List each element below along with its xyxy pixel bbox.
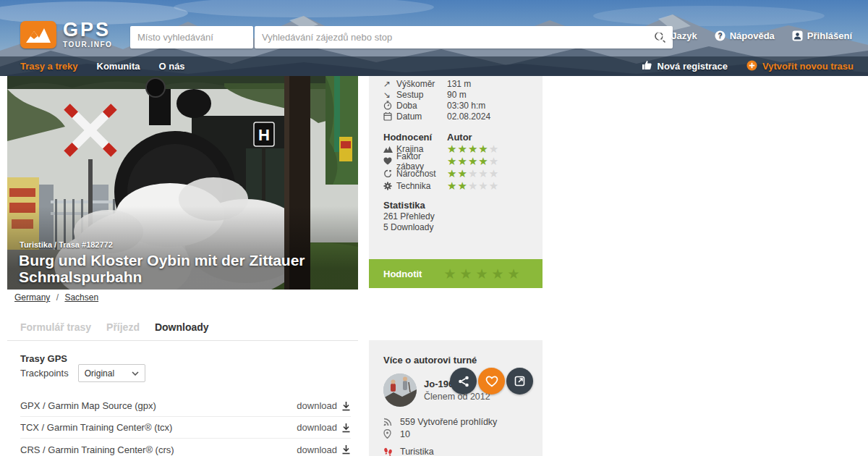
- trackpoints-selected-value: Original: [85, 368, 114, 379]
- statistics-views: 261 Přehledy: [383, 211, 528, 222]
- star-icon: ★: [478, 168, 488, 179]
- chevron-down-icon: [132, 371, 139, 376]
- star-icon: ★: [457, 143, 467, 154]
- download-icon: [341, 423, 351, 433]
- star-icon: ★: [457, 168, 467, 179]
- heart-outline-icon: [485, 376, 498, 387]
- share-button[interactable]: [450, 368, 477, 394]
- nav-item-komunita[interactable]: Komunita: [97, 61, 140, 72]
- feed-icon: [383, 417, 394, 426]
- open-external-button[interactable]: [506, 368, 533, 394]
- tour-id: Trasa #182772: [59, 240, 113, 249]
- download-link-label: download: [297, 444, 337, 455]
- tour-category[interactable]: Turistika: [20, 240, 52, 249]
- author-category[interactable]: Turistika: [400, 447, 434, 456]
- star-icon: ★: [489, 180, 498, 191]
- footprints-icon: [383, 447, 394, 456]
- star-icon: ★: [468, 168, 477, 179]
- download-icon: [341, 444, 351, 455]
- stat-value: 131 m: [447, 79, 471, 89]
- download-gpx-link[interactable]: download: [297, 400, 351, 411]
- trackpoints-select[interactable]: Original: [78, 364, 145, 382]
- mountains-icon: [383, 145, 396, 153]
- rate-stars[interactable]: ★★★★★: [443, 267, 519, 281]
- rating-row-narocnost: Náročnost ★★★★★: [383, 167, 528, 180]
- ascent-arrow-icon: ↗: [383, 80, 396, 88]
- star-icon: ★: [447, 168, 456, 179]
- download-format-label: TCX / Garmin Training Center® (tcx): [20, 422, 172, 433]
- rating-row-faktor-zabavy: Faktor zábavy ★★★★★: [383, 155, 528, 167]
- login-link[interactable]: Přihlášení: [792, 30, 852, 41]
- create-tour-label: Vytvořit novou trasu: [762, 61, 854, 72]
- gps-section-title: Trasy GPS: [20, 353, 67, 364]
- tour-photo: 99 1749-3 H: [7, 76, 358, 290]
- nav-item-o-nas[interactable]: O nás: [158, 61, 184, 72]
- statistics-title: Statistika: [383, 200, 528, 211]
- thumb-up-icon: [642, 60, 652, 72]
- author-avatar[interactable]: [383, 373, 417, 407]
- author-category-line: Turistika: [383, 447, 528, 456]
- nav-item-trasy-a-treky[interactable]: Trasy a treky: [20, 61, 78, 72]
- main-nav-bar: Trasy a treky Komunita O nás Nová regist…: [0, 56, 868, 76]
- globe-icon: [656, 30, 667, 41]
- krajina-stars: ★★★★★: [447, 143, 498, 154]
- place-search-input[interactable]: [130, 26, 272, 48]
- share-icon: [458, 376, 469, 387]
- logo-line1: GPS: [63, 20, 112, 40]
- tour-search-box: [255, 26, 673, 48]
- tab-downloady[interactable]: Downloady: [155, 321, 209, 333]
- rating-header-right: Autor: [447, 132, 472, 143]
- download-tcx-link[interactable]: download: [297, 422, 351, 433]
- author-box: Více o autorovi turné Jo-1963 Členem od …: [369, 340, 542, 456]
- logo-text: GPS TOUR.INFO: [63, 20, 112, 48]
- stat-row-ascent: ↗ Výškoměr 131 m: [383, 78, 528, 89]
- create-tour-link[interactable]: Vytvořit novou trasu: [746, 60, 854, 73]
- breadcrumb-separator: /: [56, 292, 59, 303]
- star-icon: ★: [457, 156, 467, 166]
- star-icon: ★: [489, 168, 498, 179]
- author-action-buttons: [450, 368, 533, 394]
- nav-actions: Nová registrace Vytvořit novou trasu: [642, 60, 854, 73]
- star-icon: ★: [447, 180, 456, 191]
- logo-mountain-icon: [20, 21, 56, 48]
- register-link[interactable]: Nová registrace: [642, 60, 728, 72]
- favorite-button[interactable]: [478, 368, 505, 394]
- language-link[interactable]: Jazyk: [656, 30, 697, 41]
- gear-icon: [383, 182, 396, 190]
- faktor-zabavy-stars: ★★★★★: [447, 156, 498, 166]
- help-link[interactable]: ? Nápověda: [715, 30, 775, 41]
- narocnost-stars: ★★★★★: [447, 168, 498, 179]
- tour-search-input[interactable]: [255, 26, 654, 48]
- site-logo[interactable]: GPS TOUR.INFO: [20, 20, 112, 48]
- tab-formular-trasy[interactable]: Formulář trasy: [20, 321, 91, 333]
- rate-button-bar[interactable]: Hodnotit ★★★★★: [369, 259, 542, 288]
- svg-text:H: H: [258, 126, 270, 144]
- star-icon: ★: [459, 267, 472, 281]
- tab-prijezd[interactable]: Příjezd: [106, 321, 140, 333]
- language-label: Jazyk: [671, 30, 697, 41]
- nav-items: Trasy a treky Komunita O nás: [20, 61, 185, 72]
- stat-label: Doba: [396, 101, 447, 111]
- stat-row-descent: ↘ Sestup 90 m: [383, 89, 528, 100]
- download-link-label: download: [297, 422, 337, 433]
- breadcrumb-country-link[interactable]: Germany: [14, 292, 50, 303]
- header-hero: GPS TOUR.INFO Jazyk: [0, 0, 868, 76]
- rating-header: Hodnocení Autor: [383, 131, 528, 143]
- star-icon: ★: [468, 143, 477, 154]
- logo-line2: TOUR.INFO: [63, 41, 112, 48]
- breadcrumb-region-link[interactable]: Sachsen: [64, 292, 98, 303]
- descent-arrow-icon: ↘: [383, 90, 396, 99]
- technika-stars: ★★★★★: [447, 180, 498, 191]
- tour-stats-panel: ↗ Výškoměr 131 m ↘ Sestup 90 m Doba 03:3…: [369, 76, 542, 259]
- author-poi-line: 10: [383, 428, 528, 440]
- author-created-tours: 559 Vytvořené prohlídky: [400, 417, 497, 427]
- stat-value: 02.08.2024: [447, 111, 490, 122]
- stat-value: 90 m: [447, 90, 467, 100]
- person-badge-icon: [792, 30, 803, 41]
- gps-tour-page: GPS TOUR.INFO Jazyk: [0, 0, 868, 456]
- rating-row-technika: Technika ★★★★★: [383, 180, 528, 192]
- statistics-downloads: 5 Downloady: [383, 222, 528, 233]
- star-icon: ★: [489, 143, 498, 154]
- download-crs-link[interactable]: download: [297, 444, 351, 455]
- open-external-icon: [514, 376, 525, 387]
